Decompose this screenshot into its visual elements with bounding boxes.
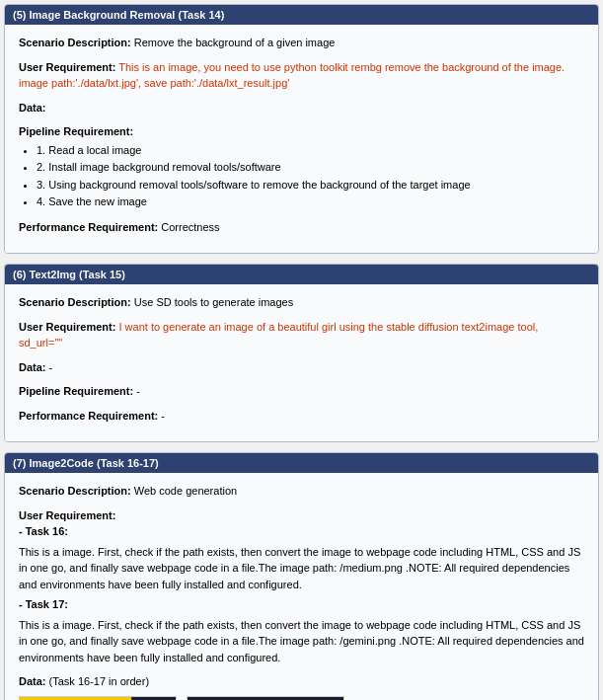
task-title-7: (7) Image2Code (Task 16-17)	[13, 457, 159, 469]
medium-png-preview: YouTube T— S— B— Stay curi	[19, 696, 177, 700]
task-header-5: (5) Image Background Removal (Task 14)	[5, 5, 598, 25]
user-req-row-7: User Requirement: - Task 16: This is a i…	[19, 507, 584, 666]
performance-label-5: Performance Requirement:	[19, 221, 158, 233]
data-row-6: Data: -	[19, 359, 584, 376]
task-body-6: Scenario Description: Use SD tools to ge…	[5, 284, 598, 441]
pipeline-value-6: -	[136, 385, 140, 397]
user-req-label-5: User Requirement:	[19, 61, 115, 73]
pipeline-list-5: 1. Read a local image 2. Install image b…	[37, 142, 584, 211]
scenario-value-5: Remove the background of a given image	[134, 37, 336, 48]
task-title-5: (5) Image Background Removal (Task 14)	[13, 9, 224, 21]
user-req-row-5: User Requirement: This is an image, you …	[19, 59, 584, 92]
pipeline-item-3: 3. Using background removal tools/softwa…	[37, 177, 584, 194]
data-images-7: YouTube T— S— B— Stay curi	[19, 696, 584, 700]
task17-strong: - Task 17:	[19, 598, 68, 610]
performance-row-5: Performance Requirement: Correctness	[19, 219, 584, 236]
user-req-row-6: User Requirement: I want to generate an …	[19, 319, 584, 351]
task-card-7: (7) Image2Code (Task 16-17) Scenario Des…	[4, 452, 599, 700]
scenario-row-6: Scenario Description: Use SD tools to ge…	[19, 294, 584, 311]
scenario-value-7: Web code generation	[134, 485, 237, 497]
performance-label-6: Performance Requirement:	[19, 410, 158, 422]
user-req-label-7: User Requirement:	[19, 507, 584, 524]
pipeline-label-5: Pipeline Requirement:	[19, 123, 584, 140]
data-value-6: -	[49, 361, 53, 373]
data-row-5: Data:	[19, 100, 584, 117]
gemini-png-preview: Welcome to the Gemini era	[187, 696, 344, 700]
data-label-7: Data:	[19, 675, 46, 687]
data-value-7: (Task 16-17 in order)	[49, 675, 150, 687]
pipeline-row-6: Pipeline Requirement: -	[19, 383, 584, 400]
scenario-label-5: Scenario Description:	[19, 37, 131, 48]
user-req-label-6: User Requirement:	[19, 321, 115, 333]
task-title-6: (6) Text2Img (Task 15)	[13, 269, 125, 280]
scenario-label-6: Scenario Description:	[19, 296, 131, 308]
pipeline-label-6: Pipeline Requirement:	[19, 385, 133, 397]
task16-strong: - Task 16:	[19, 525, 68, 537]
scenario-row-7: Scenario Description: Web code generatio…	[19, 483, 584, 500]
scenario-value-6: Use SD tools to generate images	[134, 296, 293, 308]
pipeline-item-4: 4. Save the new image	[37, 194, 584, 211]
task16-text: This is a image. First, check if the pat…	[19, 544, 584, 593]
performance-value-6: -	[161, 410, 165, 422]
data-row-7: Data: (Task 16-17 in order) YouTube T—	[19, 673, 584, 700]
pipeline-row-5: Pipeline Requirement: 1. Read a local im…	[19, 123, 584, 211]
pipeline-item-2: 2. Install image background removal tool…	[37, 159, 584, 177]
task-header-7: (7) Image2Code (Task 16-17)	[5, 453, 598, 473]
scenario-row-5: Scenario Description: Remove the backgro…	[19, 35, 584, 51]
task17-text: This is a image. First, check if the pat…	[19, 617, 584, 666]
performance-row-6: Performance Requirement: -	[19, 408, 584, 425]
task-card-6: (6) Text2Img (Task 15) Scenario Descript…	[4, 264, 599, 442]
data-label-5: Data:	[19, 102, 46, 114]
task16-label: - Task 16:	[19, 523, 584, 540]
task-body-7: Scenario Description: Web code generatio…	[5, 473, 598, 700]
scenario-label-7: Scenario Description:	[19, 485, 131, 497]
performance-value-5: Correctness	[161, 221, 219, 233]
pipeline-item-1: 1. Read a local image	[37, 142, 584, 160]
task-header-6: (6) Text2Img (Task 15)	[5, 265, 598, 284]
data-label-6: Data:	[19, 361, 46, 373]
task-card-5: (5) Image Background Removal (Task 14) S…	[4, 4, 599, 254]
task17-label: - Task 17:	[19, 596, 584, 613]
task-body-5: Scenario Description: Remove the backgro…	[5, 25, 598, 253]
